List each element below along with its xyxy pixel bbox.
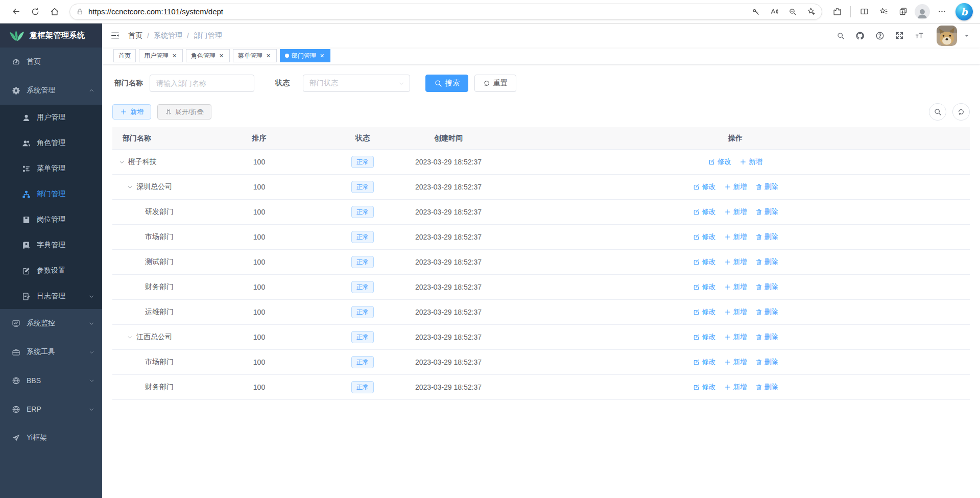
reset-button[interactable]: 重置 xyxy=(474,75,516,92)
add-link[interactable]: 新增 xyxy=(724,358,747,367)
dept-name-input[interactable] xyxy=(150,75,254,92)
table-row: 研发部门 100 正常 2023-03-29 18:52:37 修改 新增 删除 xyxy=(112,200,970,225)
delete-link[interactable]: 删除 xyxy=(755,307,778,317)
add-favorite-button[interactable] xyxy=(803,4,819,19)
expand-caret-icon[interactable] xyxy=(127,334,133,341)
add-link[interactable]: 新增 xyxy=(724,383,747,392)
add-link[interactable]: 新增 xyxy=(724,207,747,217)
url-text[interactable]: https://ccnetcore.com:1101/system/dept xyxy=(88,7,748,16)
edit-link[interactable]: 修改 xyxy=(693,232,716,242)
github-icon[interactable] xyxy=(855,31,865,40)
search-icon[interactable] xyxy=(836,32,845,40)
sidebar-item-Yi框架[interactable]: Yi框架 xyxy=(0,423,102,452)
address-bar[interactable]: https://ccnetcore.com:1101/system/dept xyxy=(69,4,822,20)
add-link[interactable]: 新增 xyxy=(739,157,762,167)
favorites-button[interactable] xyxy=(875,3,892,20)
delete-link[interactable]: 删除 xyxy=(755,207,778,217)
sidebar-item-参数设置[interactable]: 参数设置 xyxy=(0,258,102,283)
browser-profile-button[interactable] xyxy=(914,3,931,20)
extensions-button[interactable] xyxy=(828,3,846,20)
edit-link[interactable]: 修改 xyxy=(693,282,716,292)
table-row: 深圳总公司 100 正常 2023-03-29 18:52:37 修改 新增 删… xyxy=(112,175,970,200)
text-size-icon[interactable] xyxy=(915,31,924,40)
col-header: 排序 xyxy=(189,134,329,143)
dept-created: 2023-03-29 18:52:37 xyxy=(396,208,501,216)
tab-角色管理[interactable]: 角色管理 ✕ xyxy=(186,49,230,62)
edit-icon xyxy=(21,267,31,275)
sidebar-item-系统管理[interactable]: 系统管理 xyxy=(0,76,102,105)
tab-菜单管理[interactable]: 菜单管理 ✕ xyxy=(233,49,277,62)
table-toolbar: 新增 展开/折叠 xyxy=(112,103,970,121)
avatar[interactable] xyxy=(937,26,957,46)
sidebar-item-部门管理[interactable]: 部门管理 xyxy=(0,181,102,207)
sidebar-item-ERP[interactable]: ERP xyxy=(0,395,102,423)
close-icon[interactable]: ✕ xyxy=(218,53,225,59)
delete-link[interactable]: 删除 xyxy=(755,282,778,292)
edit-link[interactable]: 修改 xyxy=(693,383,716,392)
expand-caret-icon[interactable] xyxy=(118,159,125,165)
add-link[interactable]: 新增 xyxy=(724,307,747,317)
delete-link[interactable]: 删除 xyxy=(755,383,778,392)
add-link[interactable]: 新增 xyxy=(724,232,747,242)
delete-link[interactable]: 删除 xyxy=(755,232,778,242)
sidebar-item-日志管理[interactable]: 日志管理 xyxy=(0,283,102,309)
delete-link[interactable]: 删除 xyxy=(755,358,778,367)
refresh-table-button[interactable] xyxy=(952,103,970,121)
dept-created: 2023-03-29 18:52:37 xyxy=(396,383,501,391)
sidebar-item-首页[interactable]: 首页 xyxy=(0,48,102,76)
bing-chat-button[interactable]: b xyxy=(955,3,973,20)
browser-back-button[interactable] xyxy=(7,3,25,20)
edit-link[interactable]: 修改 xyxy=(693,182,716,192)
zoom-out-button[interactable] xyxy=(785,4,800,19)
password-button[interactable] xyxy=(748,4,763,19)
edit-link[interactable]: 修改 xyxy=(693,333,716,342)
add-link[interactable]: 新增 xyxy=(724,282,747,292)
collections-button[interactable] xyxy=(894,3,912,20)
sidebar-item-系统工具[interactable]: 系统工具 xyxy=(0,338,102,366)
tab-首页[interactable]: 首页 xyxy=(113,49,136,62)
help-icon[interactable] xyxy=(875,31,885,40)
sidebar-fold-icon[interactable] xyxy=(110,31,120,40)
sidebar-item-系统监控[interactable]: 系统监控 xyxy=(0,309,102,338)
expand-caret-icon[interactable] xyxy=(127,184,133,191)
close-icon[interactable]: ✕ xyxy=(265,53,272,59)
split-screen-button[interactable] xyxy=(855,3,873,20)
sidebar-item-用户管理[interactable]: 用户管理 xyxy=(0,105,102,130)
browser-home-button[interactable] xyxy=(46,3,63,20)
status-select[interactable]: 部门状态 xyxy=(303,75,410,92)
delete-link[interactable]: 删除 xyxy=(755,257,778,267)
delete-link[interactable]: 删除 xyxy=(755,182,778,192)
tab-部门管理[interactable]: 部门管理 ✕ xyxy=(280,49,330,62)
edit-link[interactable]: 修改 xyxy=(693,358,716,367)
delete-link[interactable]: 删除 xyxy=(755,333,778,342)
browser-menu-button[interactable] xyxy=(933,3,950,20)
sidebar-item-字典管理[interactable]: 字典管理 xyxy=(0,232,102,258)
breadcrumb-item[interactable]: 首页 xyxy=(128,31,142,40)
expand-collapse-button[interactable]: 展开/折叠 xyxy=(157,104,211,120)
add-link[interactable]: 新增 xyxy=(724,182,747,192)
edit-link[interactable]: 修改 xyxy=(693,257,716,267)
edit-icon xyxy=(693,233,700,241)
search-button[interactable]: 搜索 xyxy=(425,75,468,92)
browser-refresh-button[interactable] xyxy=(27,3,44,20)
fullscreen-icon[interactable] xyxy=(895,31,904,40)
sidebar-submenu: 用户管理 角色管理 菜单管理 部门管理 岗位管理 字典管理 参数设置 日志管理 xyxy=(0,105,102,309)
toggle-search-button[interactable] xyxy=(929,103,946,121)
edit-link[interactable]: 修改 xyxy=(693,207,716,217)
tab-label: 用户管理 xyxy=(144,52,169,60)
caret-down-icon[interactable] xyxy=(964,33,970,39)
close-icon[interactable]: ✕ xyxy=(171,53,178,59)
sidebar-item-角色管理[interactable]: 角色管理 xyxy=(0,130,102,156)
edit-link[interactable]: 修改 xyxy=(708,157,731,167)
sidebar-item-BBS[interactable]: BBS xyxy=(0,366,102,395)
dept-created: 2023-03-29 18:52:37 xyxy=(396,308,501,316)
sidebar-item-岗位管理[interactable]: 岗位管理 xyxy=(0,207,102,232)
add-button[interactable]: 新增 xyxy=(112,104,151,120)
close-icon[interactable]: ✕ xyxy=(319,53,325,59)
sidebar-item-菜单管理[interactable]: 菜单管理 xyxy=(0,156,102,181)
read-aloud-button[interactable] xyxy=(767,4,782,19)
add-link[interactable]: 新增 xyxy=(724,333,747,342)
add-link[interactable]: 新增 xyxy=(724,257,747,267)
tab-用户管理[interactable]: 用户管理 ✕ xyxy=(139,49,183,62)
edit-link[interactable]: 修改 xyxy=(693,307,716,317)
